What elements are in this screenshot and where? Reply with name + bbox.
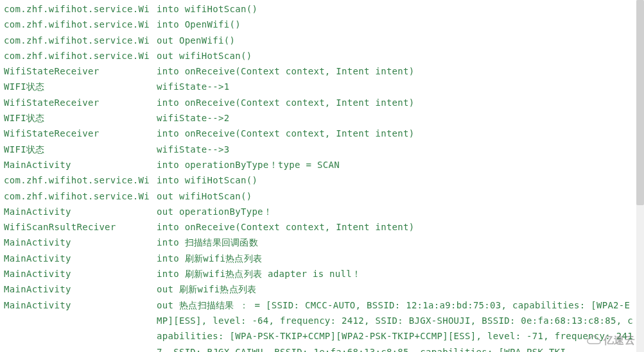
log-tag: MainActivity <box>0 157 153 172</box>
log-row: WIFI状态wifiState-->3 <box>0 142 644 157</box>
watermark-text: 亿速云 <box>604 333 635 348</box>
log-tag: WIFI状态 <box>0 142 153 157</box>
watermark: 亿速云 <box>587 333 635 348</box>
log-row: MainActivityinto 刷新wifi热点列表 <box>0 251 644 266</box>
cloud-icon <box>587 335 601 346</box>
log-tag: WIFI状态 <box>0 110 153 126</box>
log-tag <box>0 313 153 328</box>
log-row: MainActivityinto 刷新wifi热点列表 adapter is n… <box>0 266 644 281</box>
log-message: into 刷新wifi热点列表 adapter is null！ <box>153 266 361 281</box>
log-row: WifiStateReceiverinto onReceive(Context … <box>0 95 644 110</box>
log-message: into onReceive(Context context, Intent i… <box>153 95 415 110</box>
log-row: WIFI状态wifiState-->2 <box>0 110 644 126</box>
log-row: 7, SSID: BJGX-CAIWU, BSSID: 1e:fa:68:13:… <box>0 344 644 352</box>
log-message: out wifiHotScan() <box>153 48 252 63</box>
log-message: wifiState-->3 <box>153 142 229 157</box>
log-tag: MainActivity <box>0 204 153 219</box>
log-message: into wifiHotScan() <box>153 172 257 188</box>
log-message: into onReceive(Context context, Intent i… <box>153 219 415 235</box>
log-row: com.zhf.wifihot.service.Wiinto wifiHotSc… <box>0 1 644 17</box>
log-tag: WifiStateReceiver <box>0 95 153 110</box>
log-row: WifiScanRsultReciverinto onReceive(Conte… <box>0 219 644 235</box>
log-row: MainActivityout operationByType！ <box>0 204 644 219</box>
log-message: into onReceive(Context context, Intent i… <box>153 126 415 141</box>
log-tag: com.zhf.wifihot.service.Wi <box>0 1 153 17</box>
log-row: MainActivityinto operationByType！type = … <box>0 157 644 172</box>
log-row: com.zhf.wifihot.service.Wiinto wifiHotSc… <box>0 172 644 188</box>
log-message: into 扫描结果回调函数 <box>153 235 258 250</box>
log-tag <box>0 328 153 344</box>
log-row: apabilities: [WPA-PSK-TKIP+CCMP][WPA2-PS… <box>0 328 644 344</box>
log-row: WifiStateReceiverinto onReceive(Context … <box>0 126 644 141</box>
log-row: MainActivityout 热点扫描结果 ： = [SSID: CMCC-A… <box>0 298 644 313</box>
log-message: into OpenWifi() <box>153 17 241 32</box>
log-message: into wifiHotScan() <box>153 1 257 17</box>
log-tag: com.zhf.wifihot.service.Wi <box>0 17 153 32</box>
log-output-area: com.zhf.wifihot.service.Wiinto wifiHotSc… <box>0 0 644 352</box>
log-message: out operationByType！ <box>153 204 272 219</box>
log-tag: MainActivity <box>0 266 153 281</box>
log-message: out 热点扫描结果 ： = [SSID: CMCC-AUTO, BSSID: … <box>153 298 630 313</box>
log-tag <box>0 344 153 352</box>
log-message: into 刷新wifi热点列表 <box>153 251 262 266</box>
log-tag: WIFI状态 <box>0 79 153 94</box>
log-row: MainActivityout 刷新wifi热点列表 <box>0 281 644 297</box>
log-tag: WifiStateReceiver <box>0 126 153 141</box>
log-message: wifiState-->2 <box>153 110 229 126</box>
log-message: MP][ESS], level: -64, frequency: 2412, S… <box>153 313 633 328</box>
log-tag: MainActivity <box>0 281 153 297</box>
log-message: apabilities: [WPA-PSK-TKIP+CCMP][WPA2-PS… <box>153 328 633 344</box>
log-message: out wifiHotScan() <box>153 189 252 204</box>
log-row: com.zhf.wifihot.service.Wiout wifiHotSca… <box>0 189 644 204</box>
log-tag: WifiScanRsultReciver <box>0 219 153 235</box>
log-message: 7, SSID: BJGX-CAIWU, BSSID: 1e:fa:68:13:… <box>153 344 566 352</box>
log-tag: MainActivity <box>0 235 153 250</box>
log-tag: com.zhf.wifihot.service.Wi <box>0 33 153 48</box>
vertical-scrollbar[interactable] <box>636 0 644 352</box>
log-row: com.zhf.wifihot.service.Wiout OpenWifi() <box>0 33 644 48</box>
log-row: MP][ESS], level: -64, frequency: 2412, S… <box>0 313 644 328</box>
log-tag: MainActivity <box>0 298 153 313</box>
log-tag: WifiStateReceiver <box>0 63 153 79</box>
log-tag: com.zhf.wifihot.service.Wi <box>0 48 153 63</box>
log-row: WIFI状态wifiState-->1 <box>0 79 644 94</box>
log-message: out OpenWifi() <box>153 33 235 48</box>
log-message: into operationByType！type = SCAN <box>153 157 340 172</box>
log-row: com.zhf.wifihot.service.Wiinto OpenWifi(… <box>0 17 644 32</box>
log-row: MainActivityinto 扫描结果回调函数 <box>0 235 644 250</box>
log-tag: MainActivity <box>0 251 153 266</box>
log-tag: com.zhf.wifihot.service.Wi <box>0 172 153 188</box>
scrollbar-thumb[interactable] <box>636 0 644 205</box>
log-tag: com.zhf.wifihot.service.Wi <box>0 189 153 204</box>
log-message: into onReceive(Context context, Intent i… <box>153 63 415 79</box>
log-message: wifiState-->1 <box>153 79 229 94</box>
log-row: WifiStateReceiverinto onReceive(Context … <box>0 63 644 79</box>
log-row: com.zhf.wifihot.service.Wiout wifiHotSca… <box>0 48 644 63</box>
log-message: out 刷新wifi热点列表 <box>153 281 257 297</box>
